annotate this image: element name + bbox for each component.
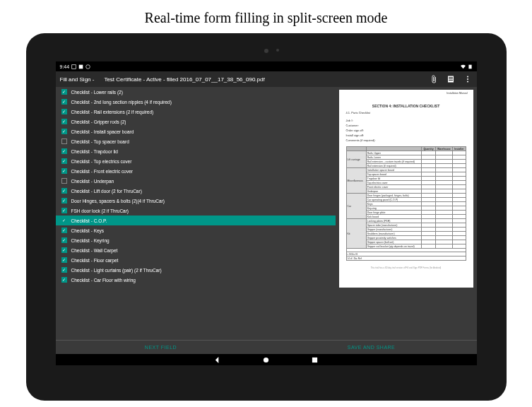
doc-checklist-table: QuantityWarehouseInstallerLift carriageR… [346,146,466,261]
nav-back-icon[interactable] [214,357,220,363]
doc-footnote: This trial has a 60 day trial version of… [346,266,466,269]
checklist-item-label: Checklist - Top electrics cover [71,159,132,164]
list-item[interactable]: Checklist - Top spacer board [56,136,336,146]
checkbox[interactable] [61,99,67,105]
list-item[interactable]: Checklist - Top electrics cover [56,156,336,166]
checklist-item-label: Checklist - Car Floor with wiring [71,278,136,283]
split-content: Checklist - Lower rails (2)Checklist - 2… [56,87,477,340]
list-item[interactable]: Checklist - Lower rails (2) [56,87,336,97]
svg-rect-12 [312,357,317,362]
svg-rect-7 [449,80,453,81]
svg-point-10 [467,81,468,83]
list-item[interactable]: Checklist - Underpan [56,176,336,186]
overflow-menu-icon[interactable] [463,74,473,84]
tablet-screen: 9:44 Fill and Sign - Test Certificate - … [56,61,477,365]
checklist-item-label: Door Hinges, spacers & bolts (2)(4 if Th… [71,199,165,204]
checkbox[interactable] [61,138,67,144]
checklist-item-label: Checklist - 2nd long section nipples (4 … [71,100,172,105]
svg-rect-6 [449,78,453,79]
checkbox[interactable] [61,228,67,233]
list-item[interactable]: Checklist - Lift door (2 for ThruCar) [56,186,336,196]
status-time: 9:44 [60,64,70,69]
checkbox[interactable] [61,129,67,134]
pdf-page: Installation Manual SECTION 4: INSTALLAT… [339,90,473,288]
nav-recent-icon[interactable] [312,357,318,363]
doc-field-label: Customer: [346,124,466,127]
list-item[interactable]: Checklist - Install spacer board [56,126,336,136]
svg-point-11 [264,357,268,362]
tablet-frame: 9:44 Fill and Sign - Test Certificate - … [26,33,507,401]
checklist-item-label: FSH door lock (2 if ThruCar) [71,208,129,213]
list-item[interactable]: Checklist - Gripper rods (2) [56,117,336,126]
checkbox[interactable] [61,109,67,114]
list-item[interactable]: Checklist - Floor carpet [56,255,336,265]
list-item[interactable]: Checklist - Rail extensions (2 if requir… [56,107,336,117]
notification-icon [85,64,90,69]
list-item[interactable]: Checklist - Trapdoor lid [56,146,336,156]
list-item[interactable]: Checklist - Light curtains (pair) (2 if … [56,265,336,275]
checkbox[interactable] [61,119,67,124]
list-item[interactable]: Checklist - Wall Carpet [56,245,336,255]
android-statusbar: 9:44 [56,61,477,71]
checkbox[interactable] [61,188,67,194]
list-item[interactable]: Checklist - Keyring [56,235,336,245]
svg-point-8 [467,76,468,78]
page-view-icon[interactable] [446,74,456,84]
caption-text: Real-time form filling in split-screen m… [145,0,388,33]
checklist-item-label: Checklist - Lift door (2 for ThruCar) [71,189,142,194]
doc-header-fields: Job #:Customer:Order sign off:Install si… [346,119,466,142]
document-title: Test Certificate - Active - filled 2016_… [104,76,264,83]
checkbox[interactable] [61,148,67,154]
list-item[interactable]: Checklist - Car Floor with wiring [56,275,336,285]
checklist-item-label: Checklist - Keyring [71,238,110,243]
checklist-item-label: Checklist - Keys [71,228,105,233]
doc-subsection-title: 4.1. Parts Checklist [346,111,466,114]
checkbox[interactable] [61,158,67,164]
svg-point-2 [86,64,90,69]
checkbox[interactable] [61,208,67,213]
doc-section-title: SECTION 4: INSTALLATION CHECKLIST [346,104,466,108]
checkbox[interactable] [61,168,67,174]
checkbox[interactable] [61,247,67,253]
battery-icon [468,64,473,69]
checklist-item-label: Checklist - Wall Carpet [71,248,118,253]
android-navbar [56,354,477,365]
checklist-item-label: Checklist - Front electric cover [71,169,133,174]
checkbox[interactable] [61,237,67,243]
checklist-item-label: Checklist - Trapdoor lid [71,149,118,154]
list-item[interactable]: Checklist - C.O.P. [56,216,336,225]
svg-rect-5 [449,77,453,78]
checkbox[interactable] [61,198,67,204]
list-item[interactable]: Checklist - 2nd long section nipples (4 … [56,97,336,107]
next-field-button[interactable]: NEXT FIELD [56,341,266,354]
attachment-icon[interactable] [429,74,439,84]
checklist-item-label: Checklist - Light curtains (pair) (2 if … [71,268,162,273]
checkbox[interactable] [61,89,67,95]
doc-field-label: Order sign off: [346,129,466,132]
checkbox[interactable] [61,178,67,184]
checklist-item-label: Checklist - C.O.P. [71,218,107,223]
doc-corner-label: Installation Manual [447,92,467,95]
nav-home-icon[interactable] [263,357,269,363]
app-name: Fill and Sign - [60,76,95,83]
notification-icon [78,64,83,69]
checkbox[interactable] [61,277,67,283]
list-item[interactable]: Checklist - Front electric cover [56,166,336,176]
save-share-button[interactable]: SAVE AND SHARE [266,341,477,354]
checklist-item-label: Checklist - Lower rails (2) [71,90,123,95]
checkbox[interactable] [61,218,67,223]
list-item[interactable]: Door Hinges, spacers & bolts (2)(4 if Th… [56,196,336,206]
checkbox[interactable] [61,257,67,263]
list-item[interactable]: Checklist - Keys [56,225,336,235]
tablet-camera [264,49,268,53]
checklist-item-label: Checklist - Install spacer board [71,129,134,134]
checklist-item-label: Checklist - Gripper rods (2) [71,119,126,124]
checkbox[interactable] [61,267,67,273]
doc-field-label: Comments (if required): [346,138,466,142]
checklist-pane[interactable]: Checklist - Lower rails (2)Checklist - 2… [56,87,336,340]
document-preview-pane[interactable]: Installation Manual SECTION 4: INSTALLAT… [336,87,477,340]
checklist-item-label: Checklist - Floor carpet [71,258,119,263]
list-item[interactable]: FSH door lock (2 if ThruCar) [56,206,336,216]
svg-rect-0 [72,64,76,69]
bottom-action-bar: NEXT FIELD SAVE AND SHARE [56,340,477,354]
